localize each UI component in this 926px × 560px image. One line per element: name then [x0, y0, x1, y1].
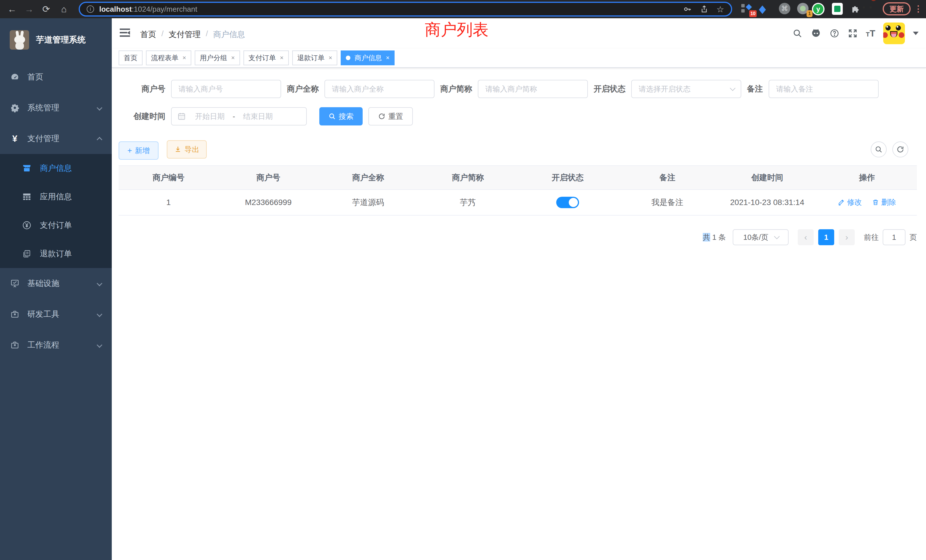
password-key-icon[interactable] — [683, 5, 692, 14]
filter-create-time: 创建时间 开始日期 - 结束日期 — [127, 107, 307, 126]
reset-button[interactable]: 重置 — [368, 107, 413, 126]
pagination: 共 1 条 10条/页 ‹ 1 › 前往 页 — [703, 229, 917, 245]
bookmark-star-icon[interactable]: ☆ — [716, 4, 724, 14]
sidebar-item-system[interactable]: 系统管理 — [0, 92, 112, 123]
tab-flow-form[interactable]: 流程表单× — [146, 50, 191, 65]
app-root: ← → ⟳ ⌂ i localhost :1024/pay/merchant ☆… — [0, 0, 926, 560]
extension-meet-icon[interactable]: ◆ 10 — [741, 3, 754, 15]
remark-input[interactable] — [769, 80, 879, 98]
font-size-icon[interactable]: TT — [866, 28, 875, 39]
close-icon[interactable]: × — [183, 54, 186, 62]
app-logo[interactable]: 芋道管理系统 — [0, 18, 112, 62]
search-button[interactable]: 搜索 — [319, 107, 363, 126]
add-button[interactable]: + 新增 — [119, 141, 159, 160]
sidebar-item-label: 退款订单 — [40, 248, 72, 259]
refresh-button[interactable] — [892, 141, 908, 157]
browser-back-button[interactable]: ← — [5, 0, 20, 18]
close-icon[interactable]: × — [231, 54, 235, 62]
help-icon[interactable] — [829, 28, 840, 38]
tab-merchant-info[interactable]: 商户信息× — [341, 50, 395, 65]
browser-update-button[interactable]: 更新 — [883, 2, 911, 15]
status-select[interactable]: 请选择开启状态 — [631, 80, 741, 98]
store-icon — [22, 163, 32, 173]
filter-label: 商户全称 — [287, 83, 319, 94]
hide-search-button[interactable] — [871, 141, 887, 157]
address-bar[interactable]: i localhost :1024/pay/merchant ☆ — [79, 2, 732, 17]
browser-chrome: ← → ⟳ ⌂ i localhost :1024/pay/merchant ☆… — [0, 0, 926, 18]
tab-refund-order[interactable]: 退款订单× — [292, 50, 337, 65]
grid-icon — [22, 192, 32, 201]
filter-label: 备注 — [747, 83, 763, 94]
extension-gray-icon[interactable]: 1 — [797, 3, 809, 15]
close-icon[interactable]: × — [329, 54, 333, 62]
sidebar-item-home[interactable]: 首页 — [0, 62, 112, 92]
delete-link[interactable]: 删除 — [872, 197, 896, 207]
cell-id: 1 — [119, 198, 218, 207]
search-icon[interactable] — [792, 28, 803, 38]
close-icon[interactable]: × — [386, 54, 389, 62]
short-name-input[interactable] — [478, 80, 588, 98]
filter-status: 开启状态 请选择开启状态 — [593, 80, 741, 98]
browser-menu-icon[interactable]: ⋮ — [914, 2, 923, 15]
merchant-no-input[interactable] — [171, 80, 281, 98]
goto-page-input[interactable] — [883, 229, 905, 245]
plus-icon: + — [127, 146, 132, 155]
sidebar-item-label: 首页 — [27, 71, 104, 82]
extension-chat-icon[interactable] — [832, 3, 844, 15]
cell-full-name: 芋道源码 — [318, 197, 418, 208]
page-1-button[interactable]: 1 — [818, 229, 834, 245]
sidebar-item-workflow[interactable]: 工作流程 — [0, 330, 112, 360]
status-toggle[interactable] — [556, 197, 579, 208]
full-name-input[interactable] — [324, 80, 434, 98]
extension-command-icon[interactable]: ⌘ — [779, 3, 791, 15]
cell-short-name: 芋艿 — [418, 197, 518, 208]
briefcase-icon — [10, 340, 20, 350]
cell-status — [518, 197, 617, 208]
profile-emoji-icon[interactable] — [867, 3, 880, 15]
table-toolbar: + 新增 导出 — [119, 140, 917, 159]
pencil-icon — [838, 199, 845, 206]
filter-short-name: 商户简称 — [440, 80, 588, 98]
start-date-placeholder: 开始日期 — [189, 112, 230, 121]
cell-create-time: 2021-10-23 08:31:14 — [717, 198, 817, 207]
export-button[interactable]: 导出 — [167, 140, 207, 159]
tab-user-group[interactable]: 用户分组× — [195, 50, 240, 65]
browser-home-button[interactable]: ⌂ — [56, 0, 71, 18]
sidebar-collapse-icon[interactable] — [120, 29, 130, 38]
page-size-select[interactable]: 10条/页 — [733, 229, 788, 245]
extension-y-icon[interactable]: y — [812, 3, 825, 15]
tab-pay-order[interactable]: 支付订单× — [244, 50, 289, 65]
tab-home[interactable]: 首页 — [119, 50, 142, 65]
close-icon[interactable]: × — [280, 54, 284, 62]
fullscreen-icon[interactable] — [847, 28, 858, 38]
cell-remark: 我是备注 — [617, 197, 717, 208]
edit-link[interactable]: 修改 — [838, 197, 862, 207]
prev-page-button[interactable]: ‹ — [798, 229, 814, 245]
user-avatar[interactable] — [883, 23, 905, 44]
chevron-down-icon — [774, 233, 780, 239]
breadcrumb-home[interactable]: 首页 — [140, 29, 156, 40]
app-title: 芋道管理系统 — [36, 34, 86, 45]
date-range-picker[interactable]: 开始日期 - 结束日期 — [171, 107, 307, 126]
share-icon[interactable] — [700, 5, 708, 14]
sidebar-item-infra[interactable]: 基础设施 — [0, 268, 112, 299]
sidebar-item-app-info[interactable]: 应用信息 — [0, 183, 112, 211]
extension-gem-icon[interactable]: ◆ — [759, 3, 772, 16]
total-count: 共 1 条 — [703, 232, 726, 242]
github-icon[interactable] — [811, 28, 822, 39]
sidebar-item-label: 基础设施 — [27, 278, 97, 289]
browser-forward-button[interactable]: → — [22, 0, 36, 18]
breadcrumb-payment[interactable]: 支付管理 — [169, 29, 201, 40]
col-header: 商户全称 — [318, 172, 418, 183]
sidebar-item-pay-order[interactable]: 支付订单 — [0, 211, 112, 239]
next-page-button[interactable]: › — [839, 229, 855, 245]
avatar-caret-icon[interactable] — [913, 32, 918, 35]
site-info-icon[interactable]: i — [87, 5, 94, 13]
browser-reload-button[interactable]: ⟳ — [39, 0, 54, 18]
col-header: 商户简称 — [418, 172, 518, 183]
sidebar-item-devtools[interactable]: 研发工具 — [0, 299, 112, 330]
sidebar-item-payment[interactable]: ¥ 支付管理 — [0, 123, 112, 154]
sidebar-item-merchant-info[interactable]: 商户信息 — [0, 154, 112, 183]
extensions-puzzle-icon[interactable] — [851, 4, 863, 17]
sidebar-item-refund-order[interactable]: 退款订单 — [0, 239, 112, 268]
